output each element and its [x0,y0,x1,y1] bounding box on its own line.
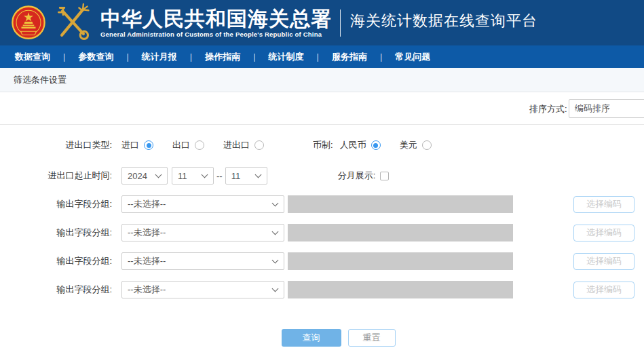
currency-group: 币制: 人民币 美元 [313,139,451,151]
end-month-select[interactable]: 11 [225,167,267,185]
action-buttons: 查询 重置 [0,329,644,347]
trade-type-row: 进出口类型: 进口 出口 进出口 币制: 人民币 美元 [0,136,644,155]
chevron-down-icon [202,171,208,178]
header-divider [340,9,341,37]
pick-codes-button[interactable]: 选择编码 [573,196,634,213]
chevron-down-icon [272,199,279,206]
radio-option-import-label: 进口 [121,139,139,151]
output-group-select[interactable]: --未选择-- [121,252,284,270]
radio-import[interactable] [144,140,153,150]
nav-item-param-query[interactable]: 参数查询 [78,51,113,63]
nav-item-statistics-system[interactable]: 统计制度 [269,51,304,63]
output-group-label: 输出字段分组: [14,227,112,239]
pick-codes-button[interactable]: 选择编码 [573,253,634,270]
output-group-select[interactable]: --未选择-- [121,281,284,298]
nav-item-faq[interactable]: 常见问题 [395,51,430,63]
radio-option-usd-label: 美元 [400,139,417,151]
nav-item-data-query[interactable]: 数据查询 [15,51,50,63]
time-range-separator: -- [216,171,223,181]
trade-type-label: 进出口类型: [14,139,112,151]
monthly-display-label: 分月展示: [338,170,376,182]
radio-option-rmb-label: 人民币 [340,139,366,151]
output-group-select-value: --未选择-- [128,227,166,239]
selected-codes-field [288,281,513,298]
chevron-down-icon [155,171,162,178]
nav-separator: | [253,52,255,62]
nav-separator: | [126,52,128,62]
sort-select[interactable]: 编码排序 [569,99,644,118]
monthly-display-group: 分月展示: [338,170,390,182]
currency-label: 币制: [313,139,333,151]
radio-option-export[interactable]: 出口 [172,139,204,151]
output-group-select-value: --未选择-- [128,255,166,267]
pick-codes-button[interactable]: 选择编码 [573,225,634,241]
radio-option-export-label: 出口 [172,139,190,151]
chevron-down-icon [272,285,279,292]
agency-title-block: 中华人民共和国海关总署 General Administration of Cu… [100,8,332,38]
output-group-select[interactable]: --未选择-- [121,224,284,241]
radio-option-rmb[interactable]: 人民币 [340,139,381,151]
output-group-label: 输出字段分组: [14,284,112,296]
output-group-row: 输出字段分组: --未选择-- 选择编码 [0,195,644,214]
pick-codes-button[interactable]: 选择编码 [573,282,634,298]
sort-row: 排序方式: 编码排序 [0,92,644,125]
platform-title: 海关统计数据在线查询平台 [350,11,537,35]
nav-separator: | [317,52,319,62]
chevron-down-icon [272,228,279,235]
nav-item-service-guide[interactable]: 服务指南 [332,51,367,63]
time-range-label: 进出口起止时间: [14,170,112,182]
selected-codes-field [288,252,513,270]
agency-title-cn: 中华人民共和国海关总署 [100,8,332,30]
radio-option-import[interactable]: 进口 [121,139,153,151]
radio-import-export[interactable] [254,140,264,150]
nav-item-operation-guide[interactable]: 操作指南 [205,51,240,63]
radio-export[interactable] [195,140,204,150]
nav-separator: | [63,52,65,62]
sort-label: 排序方式: [529,103,567,115]
radio-option-import-export-label: 进出口 [223,139,250,151]
start-month-value: 11 [178,171,187,181]
customs-emblem-icon [52,3,94,43]
nav-item-monthly-report[interactable]: 统计月报 [142,51,177,63]
radio-rmb[interactable] [371,140,381,150]
radio-option-usd[interactable]: 美元 [400,139,432,151]
output-group-select-value: --未选择-- [128,198,166,210]
output-group-label: 输出字段分组: [14,255,112,267]
end-month-value: 11 [231,171,241,181]
reset-button[interactable]: 重置 [348,329,396,347]
chevron-down-icon [254,171,261,178]
main-nav: 数据查询 | 参数查询 | 统计月报 | 操作指南 | 统计制度 | 服务指南 … [0,45,644,68]
selected-codes-field [288,224,513,241]
radio-usd[interactable] [422,140,432,150]
selected-codes-field [288,195,513,213]
output-group-select-value: --未选择-- [128,284,166,296]
year-select[interactable]: 2024 [121,167,168,185]
output-group-row: 输出字段分组: --未选择-- 选择编码 [0,280,644,299]
nav-separator: | [380,52,382,62]
sort-select-value: 编码排序 [575,102,610,115]
agency-title-en: General Administration of Customs of the… [100,31,332,38]
chevron-down-icon [272,256,279,263]
start-month-select[interactable]: 11 [172,167,214,185]
output-group-label: 输出字段分组: [14,198,112,210]
output-group-row: 输出字段分组: --未选择-- 选择编码 [0,252,644,271]
monthly-display-checkbox[interactable] [380,172,389,180]
time-range-row: 进出口起止时间: 2024 11 -- 11 分月展示: [0,166,644,185]
nav-separator: | [190,52,192,62]
radio-option-import-export[interactable]: 进出口 [223,139,264,151]
filter-settings-title: 筛选条件设置 [14,74,67,86]
filter-settings-bar: 筛选条件设置 [0,68,644,92]
query-button[interactable]: 查询 [282,329,341,347]
year-select-value: 2024 [128,171,147,181]
national-emblem-icon [10,3,48,43]
app-header: 中华人民共和国海关总署 General Administration of Cu… [0,0,644,45]
output-group-select[interactable]: --未选择-- [121,195,284,213]
output-group-row: 输出字段分组: --未选择-- 选择编码 [0,223,644,242]
